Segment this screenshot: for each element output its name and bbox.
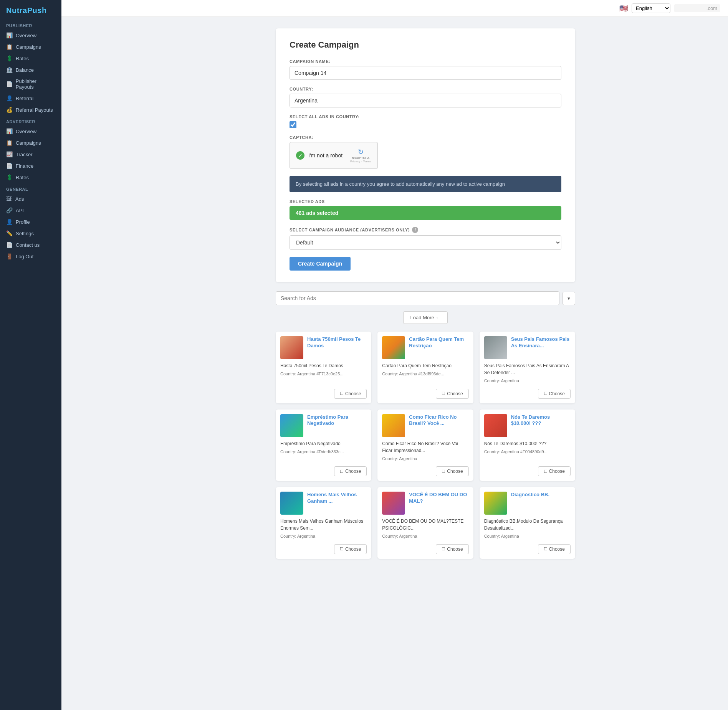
ad-thumbnail bbox=[382, 414, 405, 437]
sidebar-tracker-icon: 📈 bbox=[6, 151, 13, 157]
sidebar-campaigns-label: Campaigns bbox=[16, 44, 41, 50]
ad-card-top: Nós Te Daremos $10.000! ??? bbox=[480, 409, 575, 437]
sidebar-ads-label: Ads bbox=[15, 196, 24, 202]
captcha-check: ✓ I'm not a robot bbox=[296, 151, 342, 160]
ad-card-top: Diagnóstico BB. bbox=[480, 487, 575, 515]
choose-button[interactable]: ☐ Choose bbox=[436, 544, 468, 554]
sidebar-item-ads[interactable]: 🖼Ads bbox=[0, 193, 61, 205]
country-label: COUNTRY: bbox=[290, 87, 561, 91]
choose-button[interactable]: ☐ Choose bbox=[334, 466, 367, 476]
sidebar-item-adv-campaigns[interactable]: 📋Campaigns bbox=[0, 137, 61, 149]
recaptcha-icon: ↻ bbox=[350, 148, 371, 156]
choose-button[interactable]: ☐ Choose bbox=[334, 389, 367, 399]
captcha-box: ✓ I'm not a robot ↻ reCAPTCHA Privacy - … bbox=[290, 142, 378, 169]
captcha-text: I'm not a robot bbox=[308, 152, 342, 159]
ad-card-top: Hasta 750mil Pesos Te Damos bbox=[276, 332, 371, 359]
sidebar-settings-icon: ✏️ bbox=[6, 230, 13, 236]
ad-card: Diagnóstico BB. Diagnóstico BB.Modulo De… bbox=[480, 487, 575, 559]
sidebar-contact-icon: 📄 bbox=[6, 242, 13, 248]
ad-description: Diagnóstico BB.Modulo De Segurança Desat… bbox=[484, 518, 571, 532]
sidebar-balance-label: Balance bbox=[16, 67, 34, 73]
ad-description: Como Ficar Rico No Brasil? Você Vai Fica… bbox=[382, 440, 468, 454]
recaptcha-terms: Privacy - Terms bbox=[350, 160, 371, 163]
ad-meta: Country: Argentina #F004890d9... bbox=[484, 449, 571, 455]
sidebar-item-tracker[interactable]: 📈Tracker bbox=[0, 149, 61, 160]
audience-group: SELECT CAMPAIGN AUDIANCE (ADVERTISERS ON… bbox=[290, 227, 561, 250]
create-campaign-button[interactable]: Create Campaign bbox=[290, 257, 351, 271]
sidebar-api-icon: 🔗 bbox=[6, 207, 13, 213]
sidebar-profile-icon: 👤 bbox=[6, 219, 13, 225]
choose-icon: ☐ bbox=[340, 469, 344, 474]
choose-icon: ☐ bbox=[544, 391, 548, 396]
sidebar-adv-rates-icon: 💲 bbox=[6, 174, 13, 180]
domain-display: .com bbox=[674, 4, 720, 12]
sidebar-item-contact[interactable]: 📄Contact us bbox=[0, 239, 61, 251]
sidebar-item-adv-overview[interactable]: 📊Overview bbox=[0, 125, 61, 137]
ad-thumbnail bbox=[484, 336, 507, 359]
ad-meta: Country: Argentina bbox=[382, 533, 468, 540]
sidebar-item-referral[interactable]: 👤Referral bbox=[0, 92, 61, 104]
sidebar-item-logout[interactable]: 🚪Log Out bbox=[0, 251, 61, 262]
ad-meta: Country: Argentina #13df996de... bbox=[382, 371, 468, 377]
load-more-button[interactable]: Load More ← bbox=[403, 311, 448, 324]
ad-description: VOCÊ É DO BEM OU DO MAL?TESTE PSICOLÓGIC… bbox=[382, 518, 468, 532]
sidebar-item-api[interactable]: 🔗API bbox=[0, 205, 61, 216]
choose-button[interactable]: ☐ Choose bbox=[334, 544, 367, 554]
search-dropdown-button[interactable]: ▾ bbox=[563, 292, 575, 305]
sidebar-referral-icon: 👤 bbox=[6, 95, 13, 101]
ad-card-top: Seus Pais Famosos Pais As Ensinara... bbox=[480, 332, 575, 359]
ad-thumbnail bbox=[382, 336, 405, 359]
ad-title: Seus Pais Famosos Pais As Ensinara... bbox=[511, 336, 571, 349]
language-select[interactable]: English Spanish Portuguese bbox=[632, 3, 670, 13]
ad-card: Nós Te Daremos $10.000! ??? Nós Te Darem… bbox=[480, 409, 575, 481]
ad-card-top: VOCÊ É DO BEM OU DO MAL? bbox=[377, 487, 473, 515]
sidebar-item-referral-payouts[interactable]: 💰Referral Payouts bbox=[0, 104, 61, 116]
audience-select[interactable]: Default bbox=[290, 235, 561, 250]
sidebar-item-adv-rates[interactable]: 💲Rates bbox=[0, 172, 61, 183]
ad-title: Diagnóstico BB. bbox=[511, 492, 549, 498]
audience-label: SELECT CAMPAIGN AUDIANCE (ADVERTISERS ON… bbox=[290, 228, 410, 232]
ad-thumbnail bbox=[484, 414, 507, 437]
search-row: ▾ bbox=[276, 291, 575, 305]
country-input[interactable] bbox=[290, 94, 561, 107]
choose-button[interactable]: ☐ Choose bbox=[538, 466, 571, 476]
choose-button[interactable]: ☐ Choose bbox=[436, 466, 468, 476]
sidebar-item-settings[interactable]: ✏️Settings bbox=[0, 228, 61, 239]
ad-description: Cartão Para Quem Tem Restrição bbox=[382, 362, 468, 369]
top-header: 🇺🇸 English Spanish Portuguese .com bbox=[61, 0, 728, 17]
ad-card-footer: ☐ Choose bbox=[377, 463, 473, 481]
choose-icon: ☐ bbox=[442, 547, 445, 551]
sidebar-campaigns-icon: 📋 bbox=[6, 44, 13, 50]
sidebar-item-rates[interactable]: 💲Rates bbox=[0, 53, 61, 64]
sidebar-item-campaigns[interactable]: 📋Campaigns bbox=[0, 41, 61, 53]
select-all-ads-checkbox[interactable] bbox=[290, 121, 296, 128]
ad-description: Seus Pais Famosos Pais As Ensinaram A Se… bbox=[484, 362, 571, 376]
choose-button[interactable]: ☐ Choose bbox=[436, 389, 468, 399]
sidebar-item-balance[interactable]: 🏦Balance bbox=[0, 64, 61, 76]
captcha-checkmark-icon: ✓ bbox=[296, 151, 304, 160]
sidebar-tracker-label: Tracker bbox=[16, 152, 33, 157]
sidebar-referral-label: Referral bbox=[16, 96, 33, 101]
ad-card-body: Cartão Para Quem Tem Restrição Country: … bbox=[377, 359, 473, 386]
sidebar-logout-icon: 🚪 bbox=[6, 253, 13, 259]
ad-card-body: Homens Mais Velhos Ganham Músculos Enorm… bbox=[276, 515, 371, 541]
ad-card: Seus Pais Famosos Pais As Ensinara... Se… bbox=[480, 332, 575, 403]
ad-card: Homens Mais Velhos Ganham ... Homens Mai… bbox=[276, 487, 371, 559]
sidebar-item-publisher-payouts[interactable]: 📄Publisher Payouts bbox=[0, 76, 61, 92]
search-input[interactable] bbox=[276, 291, 559, 305]
select-all-ads-label: SELECT ALL ADS IN COUNTRY: bbox=[290, 114, 561, 119]
ad-meta: Country: Argentina bbox=[484, 533, 571, 540]
choose-icon: ☐ bbox=[544, 469, 548, 474]
campaign-name-input[interactable] bbox=[290, 66, 561, 80]
ad-title: Hasta 750mil Pesos Te Damos bbox=[307, 336, 367, 349]
ads-grid: Hasta 750mil Pesos Te Damos Hasta 750mil… bbox=[276, 332, 575, 559]
sidebar-item-profile[interactable]: 👤Profile bbox=[0, 216, 61, 228]
choose-button[interactable]: ☐ Choose bbox=[538, 389, 571, 399]
ad-card: Empréstimo Para Negativado Empréstimo Pa… bbox=[276, 409, 371, 481]
choose-button[interactable]: ☐ Choose bbox=[538, 544, 571, 554]
sidebar-referral-payouts-label: Referral Payouts bbox=[16, 107, 53, 113]
ad-meta: Country: Argentina #Ddedb333c... bbox=[280, 449, 367, 455]
choose-icon: ☐ bbox=[340, 547, 344, 551]
sidebar-item-finance[interactable]: 📄Finance bbox=[0, 160, 61, 172]
sidebar-item-overview[interactable]: 📊Overview bbox=[0, 30, 61, 41]
